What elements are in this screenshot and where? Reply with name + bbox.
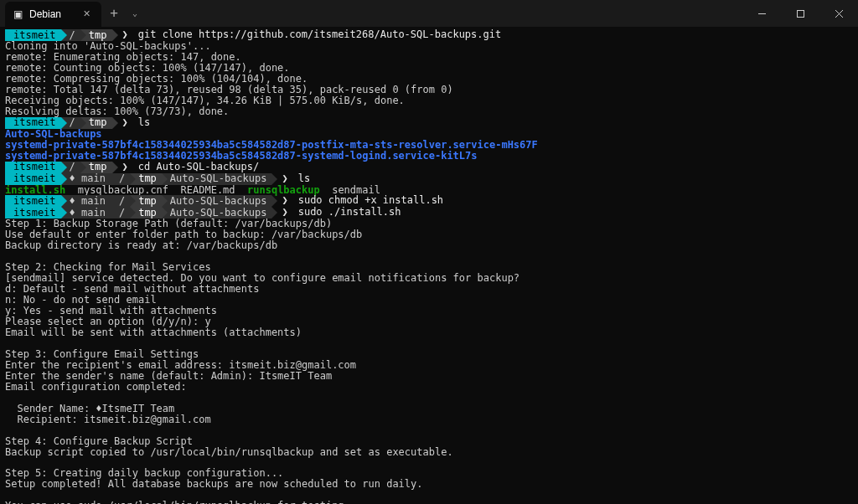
prompt-branch: ♦ main — [61, 195, 111, 207]
command-text: git clone https://github.com/itsmeit268/… — [138, 28, 501, 40]
output-line: Receiving objects: 100% (147/147), 34.26… — [5, 95, 853, 106]
prompt-subpath: Auto-SQL-backups — [162, 195, 272, 207]
output-line: Resolving deltas: 100% (73/73), done. — [5, 106, 853, 117]
dir-listing: systemd-private-587bf4c158344025934ba5c5… — [5, 151, 853, 162]
file: mysqlbackup.cnf — [65, 184, 180, 196]
maximize-button[interactable] — [781, 0, 819, 27]
close-tab-icon[interactable]: ✕ — [80, 8, 93, 21]
close-window-button[interactable] — [819, 0, 858, 27]
debian-icon: ▣ — [13, 9, 23, 20]
prompt-user: itsmeit — [5, 117, 61, 129]
window-controls — [742, 0, 858, 27]
svg-rect-1 — [797, 10, 804, 17]
output-line: Backup script copied to /usr/local/bin/r… — [5, 447, 853, 458]
file-exec: runsqlbackup — [247, 184, 320, 196]
output-line: remote: Compressing objects: 100% (104/1… — [5, 74, 853, 85]
file-exec: install.sh — [5, 184, 65, 196]
output-line: Cloning into 'Auto-SQL-backups'... — [5, 41, 853, 52]
output-line: Backup directory is ready at: /var/backu… — [5, 240, 853, 251]
terminal-viewport[interactable]: itsmeit/tmp❯git clone https://github.com… — [0, 27, 858, 504]
tab-label: Debian — [29, 9, 61, 20]
tab-dropdown-icon[interactable]: ⌄ — [127, 1, 143, 26]
prompt-caret: ❯ — [282, 206, 287, 218]
titlebar: ▣ Debian ✕ + ⌄ — [0, 0, 858, 27]
prompt-branch: ♦ main — [61, 207, 111, 219]
output-line: Step 4: Configure Backup Script — [5, 436, 853, 447]
prompt-subpath: Auto-SQL-backups — [162, 173, 272, 185]
output-line: Enter the recipient's email address: its… — [5, 360, 853, 371]
output-line: remote: Total 147 (delta 73), reused 98 … — [5, 85, 853, 95]
command-text: ls — [138, 116, 150, 128]
prompt-caret: ❯ — [122, 116, 128, 128]
output-line: Recipient: itsmeit.biz@gmail.com — [5, 414, 853, 425]
command-text: sudo ./install.sh — [298, 206, 401, 218]
output-line: Step 3: Configure Email Settings — [5, 349, 853, 360]
prompt-user: itsmeit — [5, 207, 61, 219]
command-text: ls — [298, 172, 310, 184]
output-line: Email configuration completed: — [5, 382, 853, 393]
prompt-caret: ❯ — [122, 161, 128, 172]
prompt-caret: ❯ — [282, 194, 287, 206]
prompt-user: itsmeit — [5, 162, 61, 173]
output-line: Enter the sender's name (default: Admin)… — [5, 371, 853, 382]
prompt-branch: ♦ main — [61, 173, 111, 185]
output-line: Email will be sent with attachments (att… — [5, 327, 853, 338]
output-line: You can use sudo /usr/local/bin/runsqlba… — [5, 501, 853, 504]
command-text: cd Auto-SQL-backups/ — [138, 161, 260, 172]
prompt-segment: itsmeit/tmp — [5, 29, 112, 41]
dir-listing: systemd-private-587bf4c158344025934ba5c5… — [5, 140, 853, 151]
prompt-user: itsmeit — [5, 195, 61, 207]
prompt-caret: ❯ — [122, 28, 128, 40]
output-line: remote: Counting objects: 100% (147/147)… — [5, 63, 853, 74]
new-tab-button[interactable]: + — [101, 1, 127, 26]
file: sendmail — [320, 184, 380, 196]
prompt-caret: ❯ — [282, 172, 287, 184]
minimize-button[interactable] — [742, 0, 781, 27]
prompt-user: itsmeit — [5, 29, 61, 41]
blank-line — [5, 393, 853, 404]
output-line: Setup completed! All database backups ar… — [5, 479, 853, 490]
prompt-user: itsmeit — [5, 173, 61, 185]
terminal-tab[interactable]: ▣ Debian ✕ — [5, 2, 101, 27]
output-line: Sender Name: ♦ItsmeIT Team — [5, 404, 853, 414]
blank-line — [5, 425, 853, 436]
dir-listing: Auto-SQL-backups — [5, 129, 853, 140]
file: README.md — [181, 184, 247, 196]
prompt-subpath: Auto-SQL-backups — [162, 207, 272, 219]
blank-line — [5, 338, 853, 349]
command-text: sudo chmod +x install.sh — [298, 194, 443, 206]
output-line: remote: Enumerating objects: 147, done. — [5, 52, 853, 63]
